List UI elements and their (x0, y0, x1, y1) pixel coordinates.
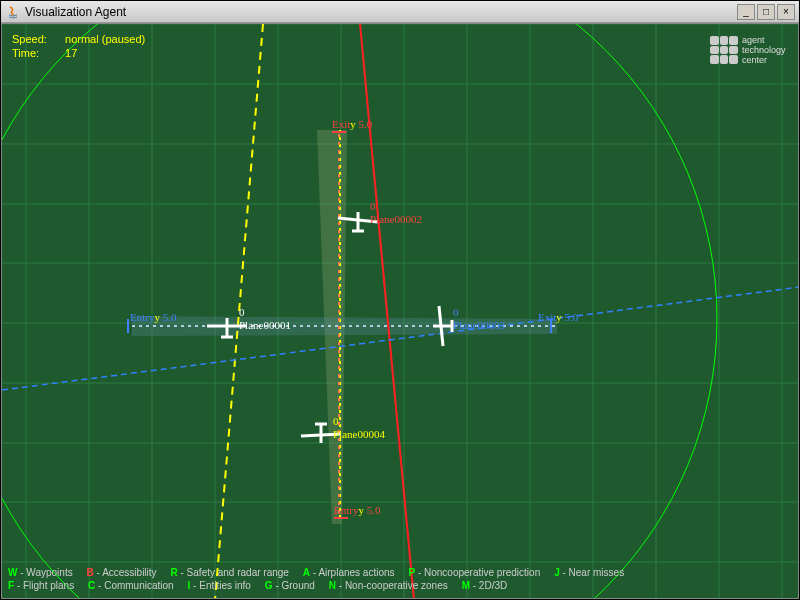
svg-text:Entryy 5.0: Entryy 5.0 (130, 311, 177, 323)
titlebar[interactable]: Visualization Agent _ □ × (1, 1, 799, 23)
svg-text:Exity 5.0: Exity 5.0 (332, 118, 373, 130)
svg-text:0: 0 (239, 306, 245, 318)
window: Visualization Agent _ □ × (0, 0, 800, 600)
legend-item: F - Flight plans (8, 580, 74, 591)
logo-grid-icon (710, 36, 738, 64)
speed-label: Speed: (12, 32, 62, 46)
time-value: 17 (65, 47, 77, 59)
legend-item: I - Entities info (188, 580, 251, 591)
svg-text:Plane00001: Plane00001 (239, 319, 291, 331)
legend-item: P - Noncooperative prediction (408, 567, 540, 578)
java-icon (5, 4, 21, 20)
svg-text:Exity 5.0: Exity 5.0 (538, 311, 579, 323)
visualization-canvas[interactable]: Exity 5.0 Entryy 5.0 Entryy 5.0 Exity 5.… (1, 23, 799, 599)
svg-text:Plane00002: Plane00002 (370, 213, 422, 225)
maximize-button[interactable]: □ (757, 4, 775, 20)
scene-svg: Exity 5.0 Entryy 5.0 Entryy 5.0 Exity 5.… (2, 24, 799, 599)
legend-item: C - Communication (88, 580, 174, 591)
svg-text:0: 0 (370, 200, 376, 212)
window-title: Visualization Agent (25, 5, 737, 19)
close-button[interactable]: × (777, 4, 795, 20)
window-buttons: _ □ × (737, 4, 795, 20)
waypoint-exit-top: Exity 5.0 (332, 118, 373, 132)
status-overlay: Speed: normal (paused) Time: 17 (12, 32, 145, 60)
legend-item: M - 2D/3D (462, 580, 508, 591)
plane-3: 0 Plane00003 (433, 306, 505, 346)
legend-item: A - Airplanes actions (303, 567, 395, 578)
svg-text:0: 0 (453, 306, 459, 318)
svg-text:Plane00003: Plane00003 (453, 319, 505, 331)
waypoint-entry-bottom: Entryy 5.0 (334, 504, 381, 518)
speed-value: normal (paused) (65, 33, 145, 45)
time-label: Time: (12, 46, 62, 60)
legend-item: W - Waypoints (8, 567, 73, 578)
legend-item: G - Ground (265, 580, 315, 591)
legend-item: J - Near misses (554, 567, 624, 578)
svg-text:Plane00004: Plane00004 (333, 428, 385, 440)
svg-text:0: 0 (333, 415, 339, 427)
path-blue (2, 287, 799, 390)
logo: agenttechnologycenter (710, 30, 790, 70)
minimize-button[interactable]: _ (737, 4, 755, 20)
legend-item: N - Non-cooperative zones (329, 580, 448, 591)
legend: W - Waypoints B - Accessibility R - Safe… (8, 566, 792, 592)
legend-item: R - Safety and radar range (171, 567, 289, 578)
legend-item: B - Accessibility (87, 567, 157, 578)
svg-text:Entryy 5.0: Entryy 5.0 (334, 504, 381, 516)
